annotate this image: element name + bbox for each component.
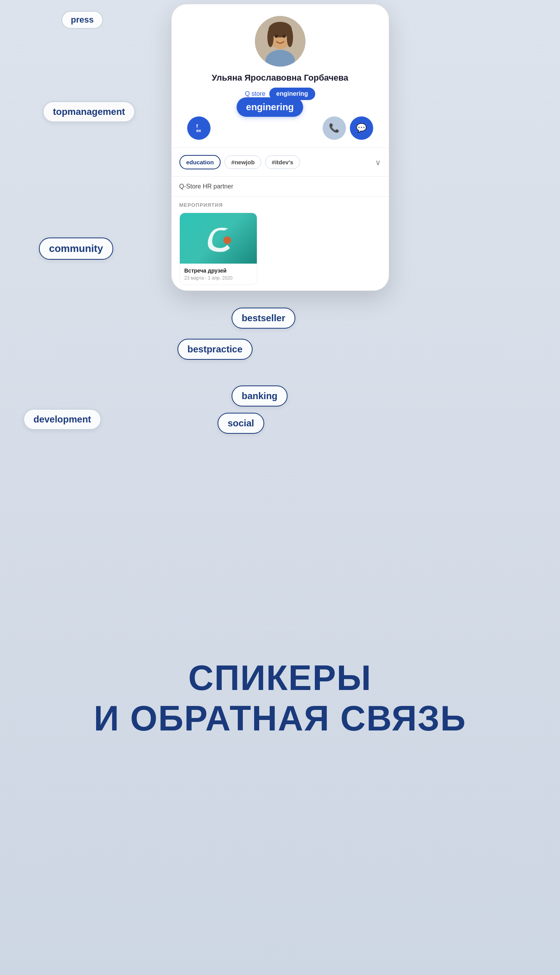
- phone-section: press topmanagement enginering community…: [0, 0, 560, 604]
- profile-section: Ульяна Ярославовна Горбачева Q store eng…: [172, 4, 389, 148]
- tag-enginering[interactable]: enginering: [237, 97, 303, 117]
- event-date: 23 марта - 1 апр. 2020: [180, 275, 257, 285]
- profile-name: Ульяна Ярославовна Горбачева: [212, 73, 348, 83]
- action-icons-row: 📞 💬: [323, 116, 373, 140]
- chevron-down-icon[interactable]: ∨: [375, 158, 381, 167]
- svg-point-3: [267, 28, 274, 47]
- bottom-title-line2: И ОБРАТНАЯ СВЯЗЬ: [94, 699, 466, 739]
- bottom-title-line1: СПИКЕРЫ: [188, 658, 372, 699]
- chat-icon-button[interactable]: 💬: [350, 116, 373, 140]
- events-title: МЕРОПРИЯТИЯ: [179, 202, 223, 208]
- social-row: f вк 📞 💬: [183, 116, 377, 140]
- tags-filter-section: education #newjob #itdev's ∨: [172, 148, 389, 177]
- tag-itdevs-pill[interactable]: #itdev's: [265, 155, 300, 169]
- tag-banking[interactable]: banking: [232, 385, 288, 407]
- phone-icon-button[interactable]: 📞: [323, 116, 346, 140]
- tag-press[interactable]: press: [61, 11, 103, 29]
- page-wrapper: press topmanagement enginering community…: [0, 0, 560, 975]
- tag-development[interactable]: development: [23, 409, 101, 430]
- bottom-section: СПИКЕРЫ И ОБРАТНАЯ СВЯЗЬ: [0, 627, 560, 770]
- tag-social[interactable]: social: [218, 413, 264, 434]
- tag-bestseller[interactable]: bestseller: [232, 308, 295, 329]
- events-section: МЕРОПРИЯТИЯ Встреча друзей 23 марта - 1 …: [172, 197, 389, 290]
- svg-point-4: [287, 28, 293, 47]
- tag-education-pill[interactable]: education: [179, 155, 221, 169]
- events-header: МЕРОПРИЯТИЯ: [179, 202, 381, 208]
- event-title: Встреча друзей: [180, 264, 257, 275]
- tag-topmanagement[interactable]: topmanagement: [43, 101, 135, 122]
- community-text: Q-Store HR partner: [179, 183, 233, 190]
- tag-newjob-pill[interactable]: #newjob: [225, 155, 261, 169]
- phone-mockup: Ульяна Ярославовна Горбачева Q store eng…: [171, 4, 389, 291]
- community-section: Q-Store HR partner: [172, 177, 389, 197]
- avatar: [255, 16, 305, 67]
- social-icon-fb-vk[interactable]: f вк: [187, 116, 211, 140]
- svg-point-8: [223, 236, 231, 244]
- event-card[interactable]: Встреча друзей 23 марта - 1 апр. 2020: [179, 213, 257, 285]
- event-image: [180, 213, 257, 264]
- profile-store: Q store: [245, 90, 265, 97]
- svg-point-7: [283, 35, 286, 38]
- tag-community[interactable]: community: [39, 238, 113, 260]
- tag-bestpractice[interactable]: bestpractice: [177, 339, 253, 360]
- svg-point-6: [275, 35, 278, 38]
